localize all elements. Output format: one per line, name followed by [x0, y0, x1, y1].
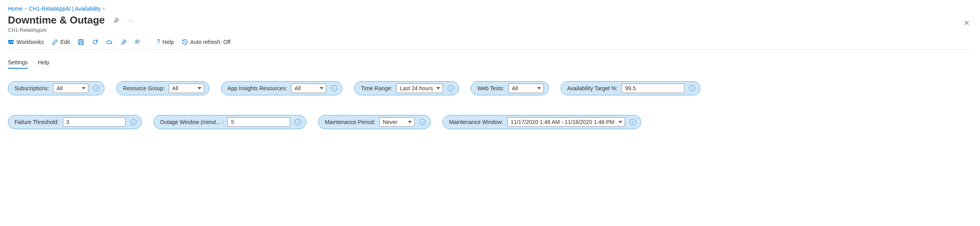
pin-toolbar-icon[interactable] [120, 39, 126, 45]
param-availability_pct: Availability Target %:99.5i [561, 81, 701, 95]
chevron-down-icon [537, 87, 541, 89]
close-button[interactable] [961, 17, 972, 30]
refresh-icon[interactable] [92, 39, 98, 45]
info-icon[interactable]: i [331, 85, 337, 91]
chevron-down-icon [197, 87, 201, 89]
chevron-down-icon [618, 121, 622, 123]
param-outage_window: Outage Window (minut... :5i [154, 115, 307, 129]
cloud-icon[interactable] [106, 39, 112, 45]
info-icon[interactable]: i [130, 119, 137, 125]
param-row-1: Subscriptions:AlliResource Group:AllApp … [8, 70, 972, 95]
chevron-down-icon [436, 87, 440, 89]
info-icon[interactable]: i [689, 85, 695, 91]
param-value-time_range: Last 24 hours [400, 85, 433, 91]
param-value-failure_threshold: 3 [66, 119, 69, 125]
param-time_range: Time Range:Last 24 hoursi [354, 81, 459, 95]
param-input-subscriptions[interactable]: All [53, 84, 88, 93]
tabs: Settings Help [8, 53, 972, 70]
help-label: Help [163, 39, 174, 45]
param-web_tests: Web Tests:All [471, 81, 549, 95]
edit-label: Edit [60, 39, 70, 45]
param-input-app_insights[interactable]: All [291, 84, 326, 93]
feedback-icon[interactable] [134, 39, 141, 45]
param-input-availability_pct[interactable]: 99.5 [622, 84, 684, 93]
chevron-right-icon: › [25, 6, 26, 11]
param-maintenance_period: Maintenance Period:Neveri [318, 115, 430, 129]
param-value-web_tests: All [512, 85, 518, 91]
param-label-resource_group: Resource Group: [123, 85, 165, 91]
param-input-resource_group[interactable]: All [169, 84, 204, 93]
param-label-maintenance_window: Maintenance Window: [449, 119, 503, 125]
param-failure_threshold: Failure Threshold:3i [8, 115, 142, 129]
chevron-right-icon: › [103, 6, 105, 11]
workbooks-label: Workbooks [16, 39, 44, 45]
param-input-outage_window[interactable]: 5 [227, 117, 290, 127]
info-icon[interactable]: i [448, 85, 454, 91]
param-row-2: Failure Threshold:3iOutage Window (minut… [8, 95, 972, 129]
info-icon[interactable]: i [295, 119, 301, 125]
tab-settings[interactable]: Settings [8, 57, 28, 69]
param-label-subscriptions: Subscriptions: [15, 85, 49, 91]
param-subscriptions: Subscriptions:Alli [8, 81, 104, 95]
param-value-outage_window: 5 [231, 119, 234, 125]
param-value-availability_pct: 99.5 [625, 85, 636, 91]
chevron-down-icon [320, 87, 324, 89]
param-label-outage_window: Outage Window (minut... : [160, 119, 224, 125]
param-value-maintenance_window: 11/17/2020 1:48 AM - 11/18/2020 1:48 PM [511, 119, 614, 125]
param-input-failure_threshold[interactable]: 3 [63, 117, 126, 127]
info-icon[interactable]: i [419, 119, 426, 125]
info-icon[interactable]: i [630, 119, 636, 125]
param-maintenance_window: Maintenance Window:11/17/2020 1:48 AM - … [442, 115, 641, 129]
param-input-time_range[interactable]: Last 24 hours [396, 84, 443, 93]
toolbar: Workbooks Edit ? Help Auto refresh: Off [8, 33, 972, 50]
svg-rect-3 [79, 42, 82, 44]
more-icon[interactable]: ··· [127, 16, 135, 24]
param-label-maintenance_period: Maintenance Period: [325, 119, 375, 125]
chevron-down-icon [408, 121, 412, 123]
workbooks-button[interactable]: Workbooks [8, 39, 44, 45]
chevron-down-icon [82, 87, 86, 89]
help-button[interactable]: ? Help [157, 38, 174, 46]
param-value-maintenance_period: Never [383, 119, 397, 125]
param-label-time_range: Time Range: [361, 85, 392, 91]
info-icon[interactable]: i [93, 85, 99, 91]
breadcrumb: Home › CH1-RetailAppAI | Availability › [8, 4, 972, 14]
param-value-subscriptions: All [57, 85, 63, 91]
param-app_insights: App Insights Resources:Alli [221, 81, 343, 95]
svg-point-4 [136, 40, 138, 42]
param-input-web_tests[interactable]: All [508, 84, 544, 93]
param-input-maintenance_period[interactable]: Never [379, 117, 415, 127]
param-value-app_insights: All [294, 85, 301, 91]
param-resource_group: Resource Group:All [116, 81, 209, 95]
pin-icon[interactable] [112, 16, 120, 24]
page-subtitle: CH1-RetailAppAI [8, 27, 135, 33]
tab-help[interactable]: Help [38, 57, 49, 69]
param-label-failure_threshold: Failure Threshold: [15, 119, 59, 125]
param-label-web_tests: Web Tests: [477, 85, 505, 91]
auto-refresh-button[interactable]: Auto refresh: Off [182, 39, 230, 45]
param-input-maintenance_window[interactable]: 11/17/2020 1:48 AM - 11/18/2020 1:48 PM [507, 117, 625, 127]
svg-rect-2 [80, 40, 82, 41]
toolbar-separator [148, 38, 149, 46]
breadcrumb-home[interactable]: Home [8, 5, 22, 12]
breadcrumb-resource[interactable]: CH1-RetailAppAI | Availability [29, 5, 101, 12]
param-label-app_insights: App Insights Resources: [228, 85, 287, 91]
param-label-availability_pct: Availability Target %: [567, 85, 618, 91]
save-icon[interactable] [78, 39, 84, 45]
auto-refresh-label: Auto refresh: Off [190, 39, 230, 45]
page-title: Downtime & Outage [8, 14, 105, 26]
param-value-resource_group: All [172, 85, 179, 91]
edit-button[interactable]: Edit [52, 39, 70, 45]
